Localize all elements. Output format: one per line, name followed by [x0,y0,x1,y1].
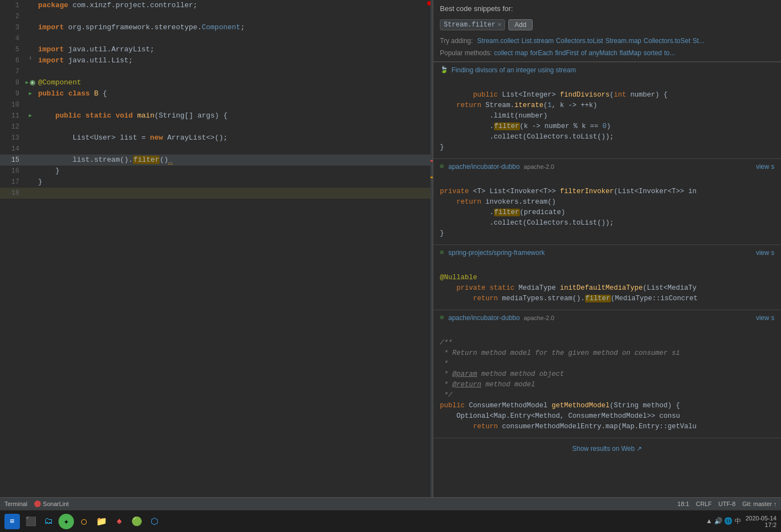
taskbar-right: ▲ 🔊 🌐 中 2020-05-14 17:2 [706,515,777,528]
method-map[interactable]: map [515,49,528,57]
run-icon2[interactable]: ▶ [29,88,31,99]
view-source-link[interactable]: view s [756,163,774,171]
taskbar-icons: ⬛ 🗂 ✦ ◯ 📁 ♠ 🟢 ⬡ [23,514,162,529]
method-collect[interactable]: collect [494,49,513,57]
line-content [36,188,433,199]
line-content: public static void main(String[] args) { [36,110,433,121]
taskbar-app-7[interactable]: 🟢 [129,514,145,529]
line-number: 10 [0,99,25,110]
taskbar-tray-icons: ▲ 🔊 🌐 中 [706,517,741,526]
more-tags[interactable]: St... [693,37,704,45]
date-display: 2020-05-14 [746,515,777,522]
license-badge: apache-2.0 [524,163,554,170]
taskbar-left: ⊞ ⬛ 🗂 ✦ ◯ 📁 ♠ 🟢 ⬡ [4,514,162,529]
taskbar-app-1[interactable]: ⬛ [23,514,39,529]
add-button[interactable]: Add [508,19,532,30]
octocat-icon-2: ⊙ [440,248,444,257]
method-anymatch[interactable]: anyMatch [588,49,617,57]
method-flatmap[interactable]: flatMap [620,49,641,57]
snippet-code-1: public List<Integer> findDivisors(int nu… [433,77,781,158]
run-icon3[interactable]: ▶ [29,110,31,121]
list-stream-tag[interactable]: List.stream [522,37,554,45]
stream-collect-tag[interactable]: Stream.collect [477,37,519,45]
code-line: 2 [0,11,433,22]
line-content: import java.util.List; [36,55,433,66]
panel-header: Best code snippets for: [433,0,781,17]
finding-title[interactable]: Finding divisors of an integer using str… [451,66,576,74]
repo-name-3[interactable]: spring-projects/spring-framework [448,249,545,257]
scroll-warning-marker [431,177,433,178]
stream-map-tag[interactable]: Stream.map [605,37,641,45]
line-number: 17 [0,177,25,188]
license-badge-2: apache-2.0 [524,315,554,321]
snippet-code-3: @Nullable private static MediaType initD… [433,260,781,310]
method-findfirst[interactable]: findFirst [555,49,579,57]
line-content: list.stream().filter()_ [36,155,433,166]
line-gutter: ▶ [25,110,36,121]
snippet-source-3: spring-projects/spring-framework [448,249,545,257]
line-number: 16 [0,166,25,177]
repo-name-4[interactable]: apache/incubator-dubbo [448,314,519,322]
close-tag-icon[interactable]: × [498,22,502,28]
time-display: 17:2 [746,522,777,528]
collectors-toset-tag[interactable]: Collectors.toSet [644,37,690,45]
search-tag[interactable]: Stream.filter × [440,19,505,30]
line-number: 15 [0,155,25,166]
run-icon[interactable]: ▶ [25,77,28,88]
taskbar-app-5[interactable]: 📁 [94,514,109,529]
line-number: 3 [0,22,25,33]
snippet-header-2: ⊙ apache/incubator-dubbo apache-2.0 view… [433,159,781,174]
line-content [36,121,433,132]
sonar-tab[interactable]: SonarLint [34,501,69,507]
taskbar-app-3[interactable]: ✦ [59,514,74,529]
popular-methods-label: Popular methods: [440,49,492,57]
collectors-tolist-tag[interactable]: Collectors.toList [556,37,603,45]
method-sorted[interactable]: sorted [644,49,662,57]
taskbar-app-6[interactable]: ♠ [111,514,127,529]
show-results-web-link[interactable]: Show results on Web ↗ [572,445,642,453]
git-branch: Git: master ↑ [742,501,777,507]
code-line: 8 ▶ ☘ @Component [0,77,433,88]
suggestions-panel: Best code snippets for: Stream.filter × … [433,0,781,497]
terminal-tab[interactable]: Terminal [4,501,28,507]
main-area: 1 package com.xinzf.project.controller; … [0,0,781,497]
start-button[interactable]: ⊞ [4,514,20,529]
repo-name[interactable]: apache/incubator-dubbo [448,163,519,171]
code-line: 10 [0,99,433,110]
try-adding-label: Try adding: [440,37,473,45]
status-left: Terminal SonarLint [4,501,69,507]
code-line: 16 } [0,166,433,177]
datetime-display: 2020-05-14 17:2 [746,515,777,528]
method-more[interactable]: to... [664,49,675,57]
view-source-link-4[interactable]: view s [756,314,774,322]
line-number: 18 [0,188,25,199]
taskbar-app-2[interactable]: 🗂 [41,514,56,529]
line-content [36,33,433,44]
taskbar-app-4[interactable]: ◯ [76,514,92,529]
line-number: 1 [0,0,25,11]
snippet-code-2: private <T> List<Invoker<T>> filterInvok… [433,174,781,244]
method-of[interactable]: of [581,49,586,57]
line-number: 7 [0,66,25,77]
line-content [36,99,433,110]
code-line: 6 import java.util.List; [0,55,433,66]
method-foreach[interactable]: forEach [530,49,552,57]
view-source-link-3[interactable]: view s [756,249,774,257]
line-gutter [25,55,36,61]
code-line-active: 15 list.stream().filter()_ [0,155,433,166]
popular-methods-row: Popular methods: collect map forEach fin… [433,47,781,62]
code-editor: 1 package com.xinzf.project.controller; … [0,0,433,497]
line-content: } [36,166,433,177]
cursor-position: 18:1 [677,501,689,507]
line-content [36,66,433,77]
taskbar-app-8[interactable]: ⬡ [147,514,162,529]
line-number: 11 [0,110,25,121]
taskbar: ⊞ ⬛ 🗂 ✦ ◯ 📁 ♠ 🟢 ⬡ ▲ 🔊 🌐 中 2020-05-14 17:… [0,510,781,532]
octocat-icon: ⊙ [440,162,444,171]
line-content: List<User> list = new ArrayList<>(); [36,132,433,143]
octocat-icon-3: ⊙ [440,313,444,322]
snippet-source-4: apache/incubator-dubbo apache-2.0 [448,314,554,322]
code-lines: 1 package com.xinzf.project.controller; … [0,0,433,199]
line-number: 12 [0,121,25,132]
code-line: 14 [0,143,433,155]
